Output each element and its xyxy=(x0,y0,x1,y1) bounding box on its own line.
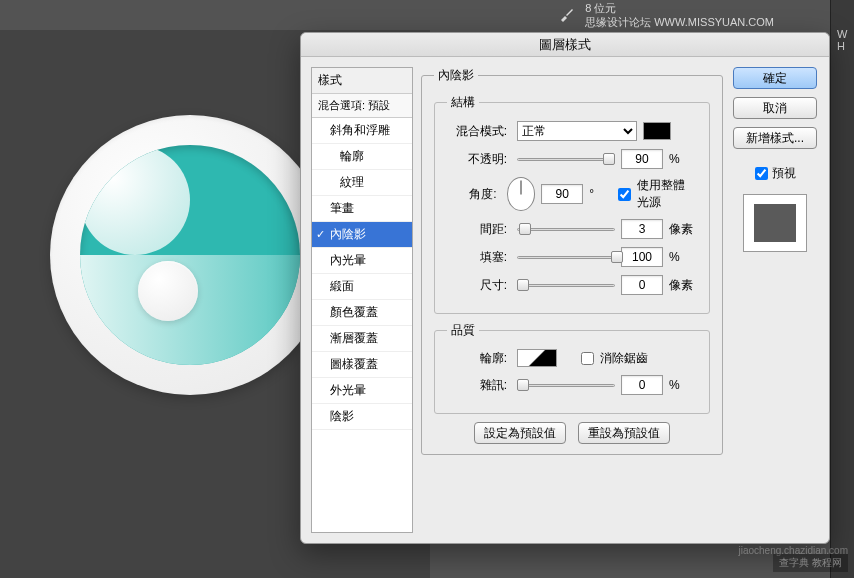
small-white-circle xyxy=(138,261,198,321)
noise-unit: % xyxy=(669,378,697,392)
preview-swatch xyxy=(754,204,796,242)
styles-list: 樣式 混合選項: 預設 斜角和浮雕 輪廓 紋理 筆畫 內陰影 內光暈 緞面 顏色… xyxy=(311,67,413,533)
inner-shadow-fieldset: 內陰影 結構 混合模式: 正常 不透明: % 角 xyxy=(421,67,723,455)
contour-picker[interactable] xyxy=(517,349,557,367)
preview-checkbox[interactable] xyxy=(755,167,768,180)
opacity-label: 不透明: xyxy=(447,151,507,168)
style-item-pattern-overlay[interactable]: 圖樣覆蓋 xyxy=(312,352,412,378)
structure-fieldset: 結構 混合模式: 正常 不透明: % 角度: xyxy=(434,94,710,314)
choke-unit: % xyxy=(669,250,697,264)
artwork xyxy=(40,105,340,405)
style-item-gradient-overlay[interactable]: 漸層覆蓋 xyxy=(312,326,412,352)
preview-box xyxy=(743,194,807,252)
style-item-stroke[interactable]: 筆畫 xyxy=(312,196,412,222)
brush-icon xyxy=(557,5,577,25)
size-label: 尺寸: xyxy=(447,277,507,294)
blend-mode-select[interactable]: 正常 xyxy=(517,121,637,141)
size-input[interactable] xyxy=(621,275,663,295)
noise-label: 雜訊: xyxy=(447,377,507,394)
angle-input[interactable] xyxy=(541,184,583,204)
antialias-label: 消除鋸齒 xyxy=(600,350,648,367)
new-style-button[interactable]: 新增樣式... xyxy=(733,127,817,149)
choke-slider[interactable] xyxy=(517,250,615,264)
preview-label: 預視 xyxy=(772,165,796,182)
style-item-satin[interactable]: 緞面 xyxy=(312,274,412,300)
angle-unit: ° xyxy=(589,187,612,201)
teal-yin-yang xyxy=(80,145,300,365)
set-default-button[interactable]: 設定為預設值 xyxy=(474,422,566,444)
forum-label: 思缘设计论坛 WWW.MISSYUAN.COM xyxy=(585,15,774,29)
style-item-color-overlay[interactable]: 顏色覆蓋 xyxy=(312,300,412,326)
reset-default-button[interactable]: 重設為預設值 xyxy=(578,422,670,444)
global-light-label: 使用整體光源 xyxy=(637,177,697,211)
antialias-checkbox[interactable] xyxy=(581,352,594,365)
opacity-slider[interactable] xyxy=(517,152,615,166)
contour-label: 輪廓: xyxy=(447,350,507,367)
styles-header[interactable]: 樣式 xyxy=(312,68,412,94)
opacity-input[interactable] xyxy=(621,149,663,169)
blend-options-item[interactable]: 混合選項: 預設 xyxy=(312,94,412,118)
right-dock: W H xyxy=(830,0,854,578)
style-item-inner-glow[interactable]: 內光暈 xyxy=(312,248,412,274)
angle-dial[interactable] xyxy=(507,177,536,211)
watermark-site: 查字典 教程网 xyxy=(773,554,848,572)
panel-title: 內陰影 xyxy=(434,67,478,84)
cancel-button[interactable]: 取消 xyxy=(733,97,817,119)
layer-style-dialog: 圖層樣式 樣式 混合選項: 預設 斜角和浮雕 輪廓 紋理 筆畫 內陰影 內光暈 … xyxy=(300,32,830,544)
blend-mode-label: 混合模式: xyxy=(447,123,507,140)
size-unit: 像素 xyxy=(669,277,697,294)
distance-unit: 像素 xyxy=(669,221,697,238)
ok-button[interactable]: 確定 xyxy=(733,67,817,89)
quality-fieldset: 品質 輪廓: 消除鋸齒 雜訊: % xyxy=(434,322,710,414)
style-item-bevel[interactable]: 斜角和浮雕 xyxy=(312,118,412,144)
distance-label: 間距: xyxy=(447,221,507,238)
size-slider[interactable] xyxy=(517,278,615,292)
distance-input[interactable] xyxy=(621,219,663,239)
width-label: W xyxy=(837,28,848,40)
dialog-buttons: 確定 取消 新增樣式... 預視 xyxy=(731,67,819,533)
style-item-contour[interactable]: 輪廓 xyxy=(312,144,412,170)
settings-panel: 內陰影 結構 混合模式: 正常 不透明: % 角 xyxy=(421,67,723,533)
structure-legend: 結構 xyxy=(447,94,479,111)
style-item-drop-shadow[interactable]: 陰影 xyxy=(312,404,412,430)
distance-slider[interactable] xyxy=(517,222,615,236)
opacity-unit: % xyxy=(669,152,697,166)
quality-legend: 品質 xyxy=(447,322,479,339)
height-label: H xyxy=(837,40,848,52)
choke-label: 填塞: xyxy=(447,249,507,266)
choke-input[interactable] xyxy=(621,247,663,267)
shadow-color-swatch[interactable] xyxy=(643,122,671,140)
dialog-title: 圖層樣式 xyxy=(301,33,829,57)
noise-input[interactable] xyxy=(621,375,663,395)
style-item-outer-glow[interactable]: 外光暈 xyxy=(312,378,412,404)
style-item-texture[interactable]: 紋理 xyxy=(312,170,412,196)
angle-label: 角度: xyxy=(447,186,497,203)
bit-depth-label: 8 位元 xyxy=(585,1,774,15)
style-item-inner-shadow[interactable]: 內陰影 xyxy=(312,222,412,248)
app-top-bar: 8 位元 思缘设计论坛 WWW.MISSYUAN.COM xyxy=(0,0,854,30)
outer-circle xyxy=(50,115,330,395)
global-light-checkbox[interactable] xyxy=(618,188,631,201)
noise-slider[interactable] xyxy=(517,378,615,392)
